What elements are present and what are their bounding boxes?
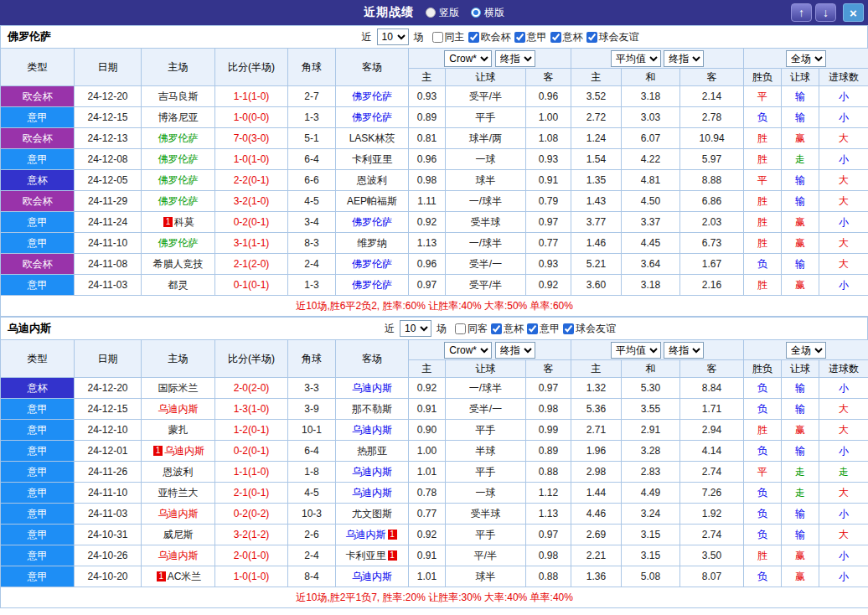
avg-draw-odds-cell: 4.22 [622,149,680,170]
average-select[interactable]: 平均值 [611,342,661,359]
score-cell: 3-2(1-0) [215,191,288,212]
average-select[interactable]: 平均值 [611,50,661,67]
avg-home-odds-cell: 3.60 [571,275,622,296]
league-cell: 意甲 [1,212,75,233]
red-card-badge: 1 [153,446,163,456]
final-odds-select-euro[interactable]: 终指 [664,50,704,67]
filter-意甲[interactable]: 意甲 [527,322,560,336]
subcol-euro-away: 客 [680,69,744,86]
scroll-down-button[interactable]: ↓ [815,3,836,22]
filter-同主[interactable]: 同主 [432,30,465,44]
filter-checkbox[interactable] [455,323,466,334]
subcol-asian-home: 主 [409,69,446,86]
final-odds-select-asian[interactable]: 终指 [495,50,535,67]
away-team-cell: 佛罗伦萨 [336,254,409,275]
filter-意杯[interactable]: 意杯 [550,30,583,44]
filter-checkbox[interactable] [563,323,574,334]
away-team-cell: AEP帕福斯 [336,191,409,212]
filter-同客[interactable]: 同客 [455,322,488,336]
handicap-result-cell: 输 [782,441,819,462]
asian-handicap-cell: 受平/半 [446,86,526,107]
avg-draw-odds-cell: 4.45 [622,233,680,254]
handicap-result-cell: 输 [782,399,819,420]
asian-away-odds-cell: 0.98 [526,545,571,566]
filter-欧会杯[interactable]: 欧会杯 [468,30,511,44]
match-row: 意甲24-12-15博洛尼亚1-0(0-0)1-3佛罗伦萨0.89平手1.002… [1,107,868,128]
avg-draw-odds-cell: 3.15 [622,525,680,545]
filter-球会友谊[interactable]: 球会友谊 [586,30,639,44]
filter-意杯[interactable]: 意杯 [491,322,524,336]
filter-checkbox[interactable] [527,323,538,334]
scope-select[interactable]: 全场 [786,342,826,359]
filter-checkbox[interactable] [514,32,525,43]
asian-handicap-cell: 受平/半 [446,275,526,296]
score-cell: 1-1(1-0) [215,462,288,483]
asian-handicap-cell: 平手 [446,525,526,545]
near-count-select[interactable]: 10 [400,320,431,337]
corner-cell: 2-6 [288,525,336,545]
asian-odds-group-header: Crow* 终指 [409,340,571,360]
home-team-cell: 威尼斯 [142,525,215,545]
corner-cell: 6-4 [288,441,336,462]
filter-球会友谊[interactable]: 球会友谊 [563,322,616,336]
col-header-date: 日期 [75,49,142,86]
home-team-cell: 亚特兰大 [142,483,215,504]
euro-odds-group-header: 平均值 终指 [571,49,744,69]
filter-checkbox[interactable] [432,32,443,43]
filter-checkbox[interactable] [550,32,561,43]
league-cell: 欧会杯 [1,128,75,149]
asian-handicap-cell: 平手 [446,420,526,441]
filter-checkbox[interactable] [468,32,479,43]
asian-home-odds-cell: 0.96 [409,254,446,275]
close-button[interactable]: × [843,3,864,22]
filter-意甲[interactable]: 意甲 [514,30,547,44]
goals-result-cell: 大 [819,254,868,275]
asian-away-odds-cell: 0.88 [526,462,571,483]
table-foot: 近10场,胜6平2负2, 胜率:60% 让胜率:40% 大率:50% 单率:60… [1,296,868,317]
home-team-cell: 蒙扎 [142,420,215,441]
filter-checkbox[interactable] [586,32,597,43]
corner-cell: 8-3 [288,233,336,254]
away-team-cell: 乌迪内斯 [336,483,409,504]
scroll-up-button[interactable]: ↑ [791,3,812,22]
near-label: 近 [385,322,395,336]
asian-away-odds-cell: 0.88 [526,566,571,587]
radio-vertical-layout[interactable]: 竖版 [426,6,459,20]
final-odds-select-euro[interactable]: 终指 [664,342,704,359]
win-loss-result-cell: 负 [744,483,782,504]
avg-away-odds-cell: 8.88 [680,170,744,191]
avg-home-odds-cell: 5.21 [571,254,622,275]
avg-home-odds-cell: 1.36 [571,566,622,587]
win-loss-result-cell: 负 [744,504,782,525]
asian-home-odds-cell: 1.01 [409,566,446,587]
league-cell: 意甲 [1,504,75,525]
section-header: 佛罗伦萨 近 10 场 同主欧会杯意甲意杯球会友谊 [0,25,868,48]
avg-home-odds-cell: 5.36 [571,399,622,420]
date-cell: 24-11-10 [75,483,142,504]
handicap-result-cell: 走 [782,149,819,170]
bookmaker-select[interactable]: Crow* [444,50,492,67]
col-header-home: 主场 [142,49,215,86]
col-header-home: 主场 [142,340,215,378]
table-head: 类型 日期 主场 比分(半场) 角球 客场 Crow* 终指 平均值 终指 [1,49,868,86]
asian-handicap-cell: 一/球半 [446,378,526,399]
asian-home-odds-cell: 0.90 [409,420,446,441]
league-cell: 意甲 [1,462,75,483]
asian-away-odds-cell: 0.91 [526,170,571,191]
subcol-goals: 进球数 [819,69,868,86]
near-count-select[interactable]: 10 [377,28,409,45]
radio-horizontal-layout[interactable]: 横版 [471,6,504,20]
bookmaker-select[interactable]: Crow* [444,342,492,359]
goals-result-cell: 小 [819,212,868,233]
corner-cell: 1-3 [288,107,336,128]
scope-select[interactable]: 全场 [786,50,826,67]
asian-home-odds-cell: 0.98 [409,170,446,191]
goals-result-cell: 小 [819,378,868,399]
handicap-result-cell: 输 [782,254,819,275]
date-cell: 24-11-08 [75,254,142,275]
col-header-type: 类型 [1,340,75,378]
subcol-euro-home: 主 [571,69,622,86]
filter-checkbox[interactable] [491,323,502,334]
final-odds-select-asian[interactable]: 终指 [495,342,535,359]
avg-away-odds-cell: 2.14 [680,86,744,107]
